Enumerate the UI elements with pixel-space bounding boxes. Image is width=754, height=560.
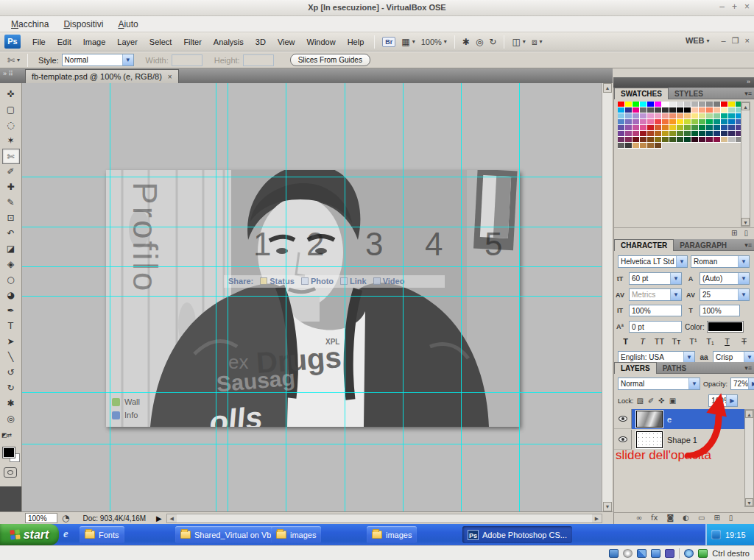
layer-visibility-toggle[interactable] [614, 430, 632, 450]
swatch[interactable] [684, 131, 691, 137]
link-layers-icon[interactable]: ∞ [636, 514, 642, 522]
start-button[interactable]: start [0, 524, 59, 545]
new-swatch-icon[interactable]: ⊞ [731, 229, 737, 237]
swatch[interactable] [677, 113, 684, 119]
mouse-integration-icon[interactable] [684, 549, 694, 558]
swatch[interactable] [706, 125, 714, 131]
paint-bucket-tool[interactable]: ◈ [2, 257, 20, 272]
canvas-horizontal-scrollbar[interactable]: ◀ ▶ [166, 514, 602, 523]
panel-collapse-grip[interactable]: » ⠿ [0, 68, 24, 83]
swatch[interactable] [618, 143, 625, 149]
document-tab[interactable]: fb-template.psd @ 100% (e, RGB/8) × [25, 69, 179, 83]
swatch[interactable] [655, 119, 662, 125]
swatch[interactable] [640, 102, 647, 107]
swatch[interactable] [655, 131, 662, 137]
swatch[interactable] [647, 131, 655, 137]
swatch[interactable] [662, 131, 669, 137]
swatch[interactable] [691, 113, 699, 119]
swatch[interactable] [699, 113, 706, 119]
layer-thumbnail[interactable] [636, 431, 663, 448]
swatch[interactable] [669, 125, 677, 131]
lock-all-icon[interactable]: ▣ [669, 397, 676, 405]
swatch[interactable] [714, 137, 721, 143]
swatch[interactable] [677, 125, 684, 131]
scroll-up-icon[interactable]: ▲ [745, 410, 753, 418]
swatch[interactable] [640, 143, 647, 149]
guide-vertical[interactable] [228, 83, 228, 511]
scroll-up-icon[interactable]: ▲ [741, 102, 750, 110]
swatch[interactable] [625, 125, 633, 131]
panel-menu-icon[interactable]: ▾≡ [744, 90, 752, 97]
swatch[interactable] [625, 137, 633, 143]
dodge-tool[interactable]: ◕ [2, 288, 20, 303]
swatch[interactable] [677, 102, 684, 107]
swatch[interactable] [706, 119, 714, 125]
swatch[interactable] [699, 131, 706, 137]
swatch[interactable] [728, 119, 736, 125]
layers-scrollbar[interactable]: ▲ ▼ [744, 409, 754, 507]
line-tool[interactable]: ╲ [2, 350, 20, 365]
swatch[interactable] [625, 143, 633, 149]
canvas-vertical-scrollbar[interactable]: ▲ ▼ [602, 83, 612, 511]
swatch[interactable] [706, 107, 714, 113]
swatch[interactable] [714, 131, 721, 137]
photoshop-menu-item[interactable]: Window [301, 35, 342, 49]
swatch[interactable] [721, 125, 728, 131]
swatch[interactable] [618, 137, 625, 143]
delete-swatch-icon[interactable]: ▯ [744, 229, 748, 237]
swatch[interactable] [669, 131, 677, 137]
guide-vertical[interactable] [461, 83, 462, 511]
hand-tool-button[interactable]: ✱ [459, 36, 473, 48]
swatch[interactable] [625, 119, 633, 125]
vbox-menu-item[interactable]: Aiuto [111, 17, 144, 32]
swatch[interactable] [728, 102, 736, 107]
zoom-level-button[interactable]: 100%▾ [418, 37, 450, 47]
swatch[interactable] [662, 125, 669, 131]
panel-menu-icon[interactable]: ▾≡ [744, 364, 752, 372]
kerning-select[interactable]: Metrics▼ [629, 288, 682, 301]
swatch[interactable] [714, 107, 721, 113]
swatch[interactable] [677, 137, 684, 143]
swatch[interactable] [721, 113, 728, 119]
swatch[interactable] [728, 125, 736, 131]
swatch[interactable] [699, 119, 706, 125]
text-style-button[interactable]: T [619, 337, 633, 346]
swatch[interactable] [677, 107, 684, 113]
opacity-field[interactable]: 72%▶ [730, 378, 754, 390]
swatch[interactable] [699, 137, 706, 143]
text-style-button[interactable]: TT [652, 337, 666, 346]
scroll-down-icon[interactable]: ▼ [745, 498, 753, 506]
swatch[interactable] [625, 102, 633, 107]
swatch[interactable] [684, 125, 691, 131]
swatch[interactable] [647, 102, 655, 107]
swatch[interactable] [625, 113, 633, 119]
3d-orbit-tool[interactable]: ↻ [2, 380, 20, 396]
text-style-button[interactable]: T₁ [703, 337, 717, 346]
tab-styles[interactable]: STYLES [669, 88, 709, 100]
swatch[interactable] [640, 119, 647, 125]
layer-mask-icon[interactable]: ◙ [667, 514, 674, 522]
swatch[interactable] [714, 113, 721, 119]
guide-horizontal[interactable] [22, 177, 602, 177]
swatch[interactable] [706, 137, 714, 143]
photoshop-menu-item[interactable]: View [272, 35, 301, 49]
photoshop-menu-item[interactable]: Analysis [208, 35, 250, 49]
swatch[interactable] [633, 102, 640, 107]
scroll-down-icon[interactable]: ▼ [603, 502, 612, 511]
guide-horizontal[interactable] [22, 444, 602, 444]
lasso-tool[interactable]: ◌ [2, 118, 20, 133]
photoshop-menu-item[interactable]: Edit [52, 35, 77, 49]
swatch[interactable] [618, 102, 625, 107]
new-layer-icon[interactable]: ⊞ [714, 514, 719, 522]
guide-vertical[interactable] [216, 83, 216, 511]
layer-group-icon[interactable]: ▭ [698, 514, 705, 522]
swatch[interactable] [691, 107, 699, 113]
swatches-scrollbar[interactable]: ▲ ▼ [741, 102, 750, 227]
guide-horizontal[interactable] [22, 266, 602, 267]
swatch[interactable] [706, 131, 714, 137]
layer-thumbnail[interactable] [636, 411, 663, 428]
horizontal-scale-field[interactable]: 100% [700, 305, 740, 316]
swatch[interactable] [618, 125, 625, 131]
swatch[interactable] [625, 131, 633, 137]
path-selection-tool[interactable]: ➤ [2, 334, 20, 350]
